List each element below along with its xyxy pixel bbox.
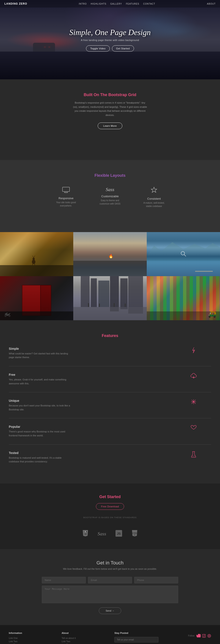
hero-section: Simple, One Page Design A free landing p…: [0, 0, 220, 79]
feature-divider-3: [9, 418, 211, 418]
svg-text:5: 5: [85, 531, 86, 533]
snowflake-icon: [189, 399, 198, 406]
nav-contact[interactable]: Contact: [143, 3, 155, 5]
svg-line-9: [34, 256, 34, 258]
footer-email-input[interactable]: [114, 637, 158, 642]
footer-about: About Tell us about it Link Two Link Thr…: [62, 632, 106, 644]
feature-unique: Unique Because you don't want your Boots…: [9, 399, 211, 412]
svg-line-15: [184, 254, 186, 256]
responsive-name: Responsive: [53, 196, 79, 200]
feature-popular: Popular There's good reason why Bootstra…: [9, 425, 211, 438]
flask-icon: [189, 451, 198, 459]
feature-consistent: Consistent A mature, well-tested, stable…: [141, 187, 167, 208]
nav-features[interactable]: Features: [126, 3, 139, 5]
sass-icon: Sass: [97, 187, 123, 192]
get-started-hero-button[interactable]: Get Started: [112, 46, 134, 52]
customizable-desc: Easy to theme and customize with SASS: [97, 199, 123, 206]
css3-icon: CSS 3: [131, 530, 138, 538]
feature-divider-2: [9, 392, 211, 392]
standards-wrapper: Bootstrap is based on these standards 5 …: [4, 516, 216, 538]
footer: Information Link One Link Two Link Three…: [0, 625, 220, 644]
contact-form-row-1: [42, 577, 178, 584]
get-started-section: Get Started Free Download Bootstrap is b…: [0, 484, 220, 549]
hero-title: Simple, One Page Design: [69, 28, 151, 37]
svg-line-38: [210, 635, 210, 635]
gallery-item-4[interactable]: 🏍: [0, 276, 73, 320]
free-download-button[interactable]: Free Download: [96, 503, 124, 510]
bootstrap-section: Built On The Bootstrap Grid Bootstrap's …: [0, 79, 220, 160]
send-button[interactable]: Send →: [99, 608, 121, 614]
footer-info-link-1[interactable]: Link One: [9, 637, 53, 639]
svg-point-7: [33, 258, 35, 260]
nav-brand[interactable]: Landing Zero: [4, 2, 27, 5]
feature-unique-name: Unique: [9, 399, 198, 402]
gallery-item-2[interactable]: 🔥: [73, 232, 146, 276]
feature-popular-name: Popular: [9, 425, 198, 428]
footer-information-title: Information: [9, 632, 53, 634]
svg-line-10: [32, 256, 33, 256]
feature-tested-name: Tested: [9, 451, 198, 455]
name-input[interactable]: [42, 577, 86, 584]
feature-divider-4: [9, 444, 211, 444]
contact-section: Get in Touch We love feedback. Fill out …: [0, 549, 220, 625]
standards-label: Bootstrap is based on these standards: [4, 516, 216, 518]
sass-standard-icon: Sass: [98, 531, 106, 537]
gallery-item-1[interactable]: [0, 232, 73, 276]
learn-more-button[interactable]: Learn More: [98, 122, 122, 129]
footer-about-title: About: [62, 632, 106, 634]
feature-simple-name: Simple: [9, 347, 198, 350]
footer-about-link-1[interactable]: Tell us about it: [62, 637, 106, 639]
bootstrap-body: Bootstrap's responsive grid comes in 4 s…: [73, 101, 147, 117]
instagram-icon[interactable]: [207, 634, 211, 639]
footer-information: Information Link One Link Two Link Three…: [9, 632, 53, 644]
svg-text:3: 3: [134, 534, 135, 536]
message-input[interactable]: [42, 586, 178, 603]
footer-stay-posted-title: Stay Posted: [114, 632, 158, 634]
footer-stay-posted: Stay Posted Subscribe for updates: [114, 632, 158, 644]
feature-unique-desc: Because you don't want your Bootstrap si…: [9, 404, 70, 412]
nav-links: Intro Highlights Gallery Features Contac…: [79, 3, 155, 5]
facebook-icon[interactable]: [202, 634, 206, 639]
nav-gallery[interactable]: Gallery: [110, 3, 122, 5]
lightning-icon: [189, 347, 198, 355]
feature-free-desc: Yes, please. Grab it for yourself, and m…: [9, 378, 70, 386]
feature-popular-desc: There's good reason why Bootstrap is the…: [9, 430, 70, 438]
bootstrap-title: Built On The Bootstrap Grid: [4, 92, 216, 97]
nav-about[interactable]: About: [207, 3, 216, 5]
feature-divider-1: [9, 366, 211, 366]
gallery-item-6[interactable]: 🛺: [147, 276, 220, 320]
get-started-title: Get Started: [4, 494, 216, 499]
footer-grid: Information Link One Link Two Link Three…: [9, 632, 211, 644]
footer-info-link-2[interactable]: Link Two: [9, 640, 53, 643]
form-submit-wrapper: Send →: [42, 608, 178, 614]
nav-intro[interactable]: Intro: [79, 3, 87, 5]
email-input[interactable]: [88, 577, 132, 584]
footer-about-link-2[interactable]: Link Two: [62, 640, 106, 643]
features-section: Features Simple What could be easier? Ge…: [0, 320, 220, 484]
customizable-name: Customizable: [97, 194, 123, 198]
follow-label: Follow: [188, 634, 195, 637]
flexible-section: Flexible Layouts Responsive Your site lo…: [0, 160, 220, 232]
toggle-video-button[interactable]: Toggle Video: [86, 46, 110, 52]
svg-line-11: [34, 256, 35, 256]
svg-point-14: [181, 252, 185, 255]
features-grid: Responsive Your site looks good everywhe…: [4, 187, 216, 208]
monitor-icon: [53, 187, 79, 194]
feature-tested: Tested Bootstrap is matured and well-tes…: [9, 451, 211, 464]
feature-simple-desc: What could be easier? Get started fast w…: [9, 352, 70, 360]
phone-input[interactable]: [134, 577, 178, 584]
gallery-section: 🔥 🏍: [0, 232, 220, 320]
contact-form: Send →: [42, 577, 178, 614]
svg-point-21: [193, 401, 194, 402]
gallery-item-5[interactable]: [73, 276, 146, 320]
nav-highlights[interactable]: Highlights: [91, 3, 106, 5]
twitter-icon[interactable]: [196, 634, 201, 638]
responsive-desc: Your site looks good everywhere.: [53, 201, 79, 208]
gallery-item-3[interactable]: [147, 232, 220, 276]
svg-rect-0: [62, 187, 70, 192]
footer-social-col: Follow: [167, 632, 211, 644]
svg-point-36: [208, 634, 211, 638]
svg-line-8: [33, 256, 34, 258]
feature-free: Free Yes, please. Grab it for yourself, …: [9, 373, 211, 386]
html5-icon: 5: [82, 530, 89, 538]
